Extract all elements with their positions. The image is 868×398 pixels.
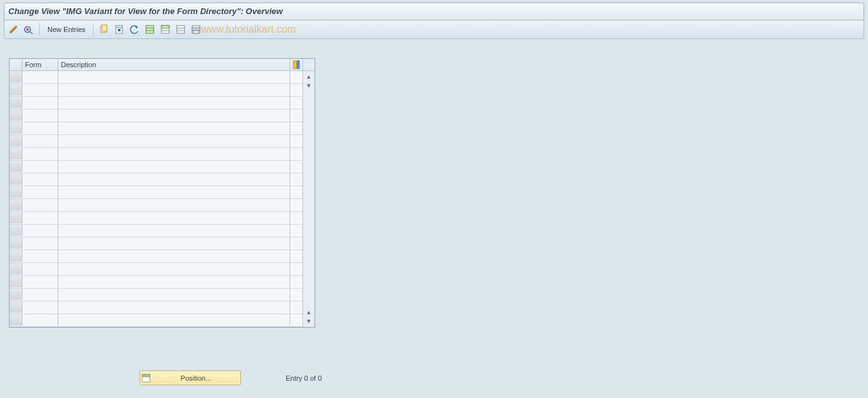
scroll-down-end-icon[interactable]: ▼ xyxy=(304,317,313,326)
row-selector[interactable] xyxy=(10,97,22,108)
cell-form[interactable] xyxy=(22,109,58,121)
table-row[interactable] xyxy=(10,97,315,109)
scroll-up-end-icon[interactable]: ▲ xyxy=(304,308,313,317)
table-row[interactable] xyxy=(10,122,315,135)
cell-description[interactable] xyxy=(58,289,290,300)
copy-as-icon[interactable] xyxy=(97,23,110,36)
row-selector[interactable] xyxy=(10,301,22,313)
table-row[interactable] xyxy=(10,71,315,84)
other-view-icon[interactable] xyxy=(22,23,35,36)
row-selector[interactable] xyxy=(10,135,22,147)
cell-form[interactable] xyxy=(22,71,58,83)
table-row[interactable] xyxy=(10,276,315,289)
row-selector-header[interactable] xyxy=(10,59,22,70)
cell-form[interactable] xyxy=(22,97,58,108)
row-selector[interactable] xyxy=(10,289,22,300)
cell-description[interactable] xyxy=(58,186,290,198)
column-header-form[interactable]: Form xyxy=(22,59,58,70)
row-selector[interactable] xyxy=(10,314,22,326)
cell-form[interactable] xyxy=(22,250,58,262)
row-selector[interactable] xyxy=(10,276,22,287)
table-row[interactable] xyxy=(10,289,315,301)
row-selector[interactable] xyxy=(10,122,22,134)
select-all-icon[interactable] xyxy=(143,23,156,36)
toggle-display-change-icon[interactable] xyxy=(7,23,20,36)
cell-description[interactable] xyxy=(58,161,290,172)
cell-form[interactable] xyxy=(22,289,58,300)
cell-form[interactable] xyxy=(22,199,58,211)
table-row[interactable] xyxy=(10,135,315,148)
cell-form[interactable] xyxy=(22,314,58,326)
table-row[interactable] xyxy=(10,314,315,327)
table-row[interactable] xyxy=(10,263,315,276)
cell-description[interactable] xyxy=(58,148,290,159)
cell-form[interactable] xyxy=(22,122,58,134)
table-row[interactable] xyxy=(10,199,315,212)
table-row[interactable] xyxy=(10,109,315,122)
row-selector[interactable] xyxy=(10,263,22,275)
deselect-all-icon[interactable] xyxy=(174,23,187,36)
table-settings-icon[interactable] xyxy=(290,59,303,70)
select-block-icon[interactable] xyxy=(159,23,172,36)
cell-description[interactable] xyxy=(58,250,290,262)
undo-change-icon[interactable] xyxy=(128,23,141,36)
table-row[interactable] xyxy=(10,250,315,263)
scroll-up-icon[interactable]: ▲ xyxy=(304,72,313,81)
cell-form[interactable] xyxy=(22,84,58,95)
cell-form[interactable] xyxy=(22,301,58,313)
cell-description[interactable] xyxy=(58,225,290,236)
new-entries-button[interactable]: New Entries xyxy=(44,23,89,36)
position-button[interactable]: Position... xyxy=(140,370,241,385)
cell-description[interactable] xyxy=(58,97,290,108)
cell-description[interactable] xyxy=(58,237,290,249)
table-row[interactable] xyxy=(10,173,315,186)
cell-form[interactable] xyxy=(22,276,58,287)
cell-description[interactable] xyxy=(58,276,290,287)
cell-description[interactable] xyxy=(58,109,290,121)
cell-form[interactable] xyxy=(22,186,58,198)
row-selector[interactable] xyxy=(10,84,22,95)
table-row[interactable] xyxy=(10,225,315,237)
cell-form[interactable] xyxy=(22,237,58,249)
cell-description[interactable] xyxy=(58,122,290,134)
cell-form[interactable] xyxy=(22,212,58,223)
table-row[interactable] xyxy=(10,84,315,97)
row-selector[interactable] xyxy=(10,109,22,121)
row-selector[interactable] xyxy=(10,237,22,249)
cell-form[interactable] xyxy=(22,161,58,172)
table-row[interactable] xyxy=(10,148,315,161)
cell-form[interactable] xyxy=(22,173,58,185)
row-selector[interactable] xyxy=(10,212,22,223)
row-selector[interactable] xyxy=(10,199,22,211)
row-selector[interactable] xyxy=(10,161,22,172)
cell-form[interactable] xyxy=(22,148,58,159)
cell-description[interactable] xyxy=(58,71,290,83)
cell-description[interactable] xyxy=(58,212,290,223)
cell-form[interactable] xyxy=(22,225,58,236)
row-selector[interactable] xyxy=(10,186,22,198)
cell-description[interactable] xyxy=(58,314,290,326)
cell-description[interactable] xyxy=(58,263,290,275)
table-row[interactable] xyxy=(10,237,315,250)
delete-icon[interactable] xyxy=(113,23,126,36)
row-selector[interactable] xyxy=(10,173,22,185)
cell-form[interactable] xyxy=(22,263,58,275)
row-selector[interactable] xyxy=(10,250,22,262)
cell-description[interactable] xyxy=(58,135,290,147)
cell-description[interactable] xyxy=(58,173,290,185)
row-selector[interactable] xyxy=(10,148,22,159)
column-header-description[interactable]: Description xyxy=(58,59,290,70)
row-selector[interactable] xyxy=(10,71,22,83)
scroll-down-icon[interactable]: ▼ xyxy=(304,81,313,90)
cell-description[interactable] xyxy=(58,301,290,313)
cell-description[interactable] xyxy=(58,199,290,211)
table-row[interactable] xyxy=(10,212,315,225)
table-row[interactable] xyxy=(10,301,315,314)
cell-form[interactable] xyxy=(22,135,58,147)
vertical-scrollbar[interactable]: ▲ ▼ ▲ ▼ xyxy=(302,71,315,327)
cell-description[interactable] xyxy=(58,84,290,95)
row-selector[interactable] xyxy=(10,225,22,236)
print-icon[interactable] xyxy=(190,23,202,36)
table-row[interactable] xyxy=(10,186,315,199)
table-row[interactable] xyxy=(10,161,315,173)
